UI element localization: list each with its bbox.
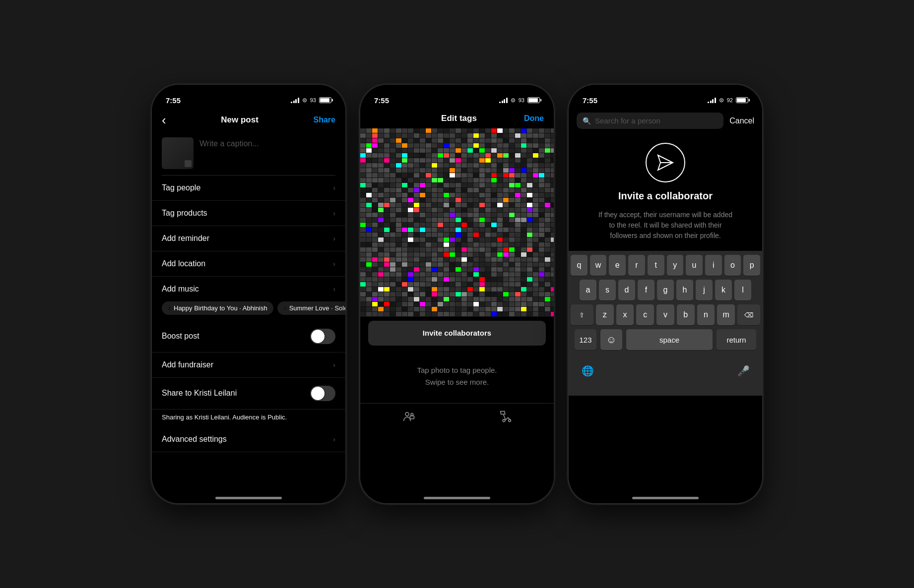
search-input-wrap[interactable]: 🔍 Search for a person bbox=[577, 113, 723, 129]
phone-new-post: 7:55 ⊜ 93 ‹ New post Share bbox=[152, 85, 345, 503]
key-h[interactable]: h bbox=[676, 280, 693, 300]
menu-label-add-music: Add music bbox=[162, 285, 199, 294]
boost-toggle[interactable] bbox=[310, 329, 335, 344]
delete-key[interactable]: ⌫ bbox=[737, 304, 760, 325]
pixel-canvas bbox=[360, 128, 554, 317]
tag-photo-area[interactable] bbox=[360, 128, 554, 317]
menu-item-add-location[interactable]: Add location › bbox=[152, 251, 345, 277]
instruction-line-2: Swipe to see more. bbox=[370, 376, 544, 388]
music-note-icon-1: ♪ bbox=[168, 304, 171, 311]
key-a[interactable]: a bbox=[580, 280, 596, 300]
key-s[interactable]: s bbox=[599, 280, 616, 300]
key-l[interactable]: l bbox=[734, 280, 751, 300]
status-icons-1: ⊜ 93 bbox=[291, 97, 331, 104]
signal-icon-3 bbox=[708, 97, 716, 103]
tag-instructions: Tap photo to tag people. Swipe to see mo… bbox=[360, 350, 554, 403]
page-title-1: New post bbox=[221, 115, 259, 125]
key-y[interactable]: y bbox=[667, 255, 684, 276]
music-chip-1[interactable]: ♪ Happy Birthday to You · Abhinish bbox=[162, 301, 273, 315]
battery-icon-1 bbox=[319, 97, 331, 103]
home-indicator-1 bbox=[215, 497, 282, 499]
menu-label-tag-people: Tag people bbox=[162, 183, 200, 192]
home-indicator-2 bbox=[424, 497, 490, 499]
key-r[interactable]: r bbox=[628, 255, 645, 276]
status-bar-1: 7:55 ⊜ 93 bbox=[152, 85, 345, 109]
key-e[interactable]: e bbox=[609, 255, 626, 276]
invite-bar-label: Invite collaborators bbox=[423, 329, 491, 337]
caption-input[interactable]: Write a caption... bbox=[199, 137, 335, 148]
svg-point-0 bbox=[405, 412, 409, 416]
sharing-note: Sharing as Kristi Leilani. Audience is P… bbox=[152, 410, 345, 427]
status-bar-2: 7:55 ⊜ 93 bbox=[360, 85, 554, 109]
globe-key[interactable]: 🌐 bbox=[577, 360, 598, 382]
key-u[interactable]: u bbox=[686, 255, 703, 276]
product-tag-icon[interactable] bbox=[499, 410, 513, 426]
nav-header-2: Edit tags Done bbox=[360, 109, 554, 128]
collab-title: Invite a collaborator bbox=[618, 190, 713, 202]
wifi-icon-3: ⊜ bbox=[719, 97, 724, 104]
key-w[interactable]: w bbox=[590, 255, 607, 276]
return-key[interactable]: return bbox=[717, 329, 756, 350]
key-q[interactable]: q bbox=[571, 255, 588, 276]
key-c[interactable]: c bbox=[636, 304, 654, 325]
chevron-icon-advanced: › bbox=[333, 435, 335, 443]
key-f[interactable]: f bbox=[638, 280, 654, 300]
emoji-key[interactable]: ☺ bbox=[600, 329, 622, 350]
key-o[interactable]: o bbox=[724, 255, 741, 276]
menu-item-tag-people[interactable]: Tag people › bbox=[152, 176, 345, 201]
music-chip-text-1: Happy Birthday to You · Abhinish bbox=[174, 304, 267, 312]
battery-pct-3: 92 bbox=[727, 97, 733, 103]
key-z[interactable]: z bbox=[596, 304, 614, 325]
space-key[interactable]: space bbox=[626, 329, 713, 350]
key-d[interactable]: d bbox=[618, 280, 635, 300]
key-k[interactable]: k bbox=[715, 280, 732, 300]
music-chip-text-2: Summer Love · Sole Sole bbox=[289, 304, 345, 312]
menu-item-add-reminder[interactable]: Add reminder › bbox=[152, 226, 345, 251]
menu-item-tag-products[interactable]: Tag products › bbox=[152, 201, 345, 226]
share-button[interactable]: Share bbox=[314, 116, 335, 124]
invite-collaborators-bar[interactable]: Invite collaborators bbox=[368, 321, 546, 346]
person-tag-icon[interactable] bbox=[402, 410, 416, 426]
kb-row-3: ⇧ z x c v b n m ⌫ bbox=[571, 304, 760, 325]
share-toggle[interactable] bbox=[310, 386, 335, 401]
cancel-button[interactable]: Cancel bbox=[729, 117, 754, 125]
key-m[interactable]: m bbox=[717, 304, 735, 325]
kb-bottom-row: 123 ☺ space return bbox=[571, 329, 760, 360]
phone-edit-tags: 7:55 ⊜ 93 Edit tags Done bbox=[360, 85, 554, 503]
done-button[interactable]: Done bbox=[524, 114, 544, 123]
music-chip-2[interactable]: ♪ Summer Love · Sole Sole bbox=[277, 301, 345, 315]
svg-point-2 bbox=[411, 413, 413, 416]
menu-label-tag-products: Tag products bbox=[162, 209, 207, 218]
chevron-icon-tag-products: › bbox=[333, 209, 335, 217]
chevron-icon-tag-people: › bbox=[333, 184, 335, 192]
key-n[interactable]: n bbox=[697, 304, 715, 325]
back-button-1[interactable]: ‹ bbox=[162, 114, 166, 126]
menu-item-advanced[interactable]: Advanced settings › bbox=[152, 427, 345, 452]
status-icons-2: ⊜ 93 bbox=[499, 97, 540, 104]
music-note-icon-2: ♪ bbox=[283, 304, 286, 311]
menu-item-add-music[interactable]: Add music › bbox=[152, 277, 345, 301]
chevron-icon-add-reminder: › bbox=[333, 235, 335, 242]
search-input[interactable]: Search for a person bbox=[595, 117, 660, 125]
screen-invite: 7:55 ⊜ 92 🔍 Search for a person bbox=[569, 85, 762, 503]
mic-key[interactable]: 🎤 bbox=[732, 360, 754, 382]
num-key[interactable]: 123 bbox=[575, 329, 596, 350]
time-2: 7:55 bbox=[374, 96, 389, 105]
chevron-icon-add-music: › bbox=[333, 285, 335, 293]
key-t[interactable]: t bbox=[648, 255, 664, 276]
key-v[interactable]: v bbox=[656, 304, 674, 325]
key-g[interactable]: g bbox=[657, 280, 674, 300]
chevron-icon-fundraiser: › bbox=[333, 361, 335, 369]
key-j[interactable]: j bbox=[696, 280, 713, 300]
shift-key[interactable]: ⇧ bbox=[571, 304, 593, 325]
key-x[interactable]: x bbox=[616, 304, 634, 325]
status-bar-3: 7:55 ⊜ 92 bbox=[569, 85, 762, 109]
keyboard: q w e r t y u i o p a s d f g h j k bbox=[569, 251, 762, 396]
key-p[interactable]: p bbox=[743, 255, 760, 276]
toggle-label-share: Share to Kristi Leilani bbox=[162, 389, 237, 398]
svg-point-4 bbox=[508, 419, 511, 422]
key-b[interactable]: b bbox=[677, 304, 695, 325]
menu-item-fundraiser[interactable]: Add fundraiser › bbox=[152, 353, 345, 378]
key-i[interactable]: i bbox=[705, 255, 722, 276]
send-icon bbox=[655, 153, 675, 173]
